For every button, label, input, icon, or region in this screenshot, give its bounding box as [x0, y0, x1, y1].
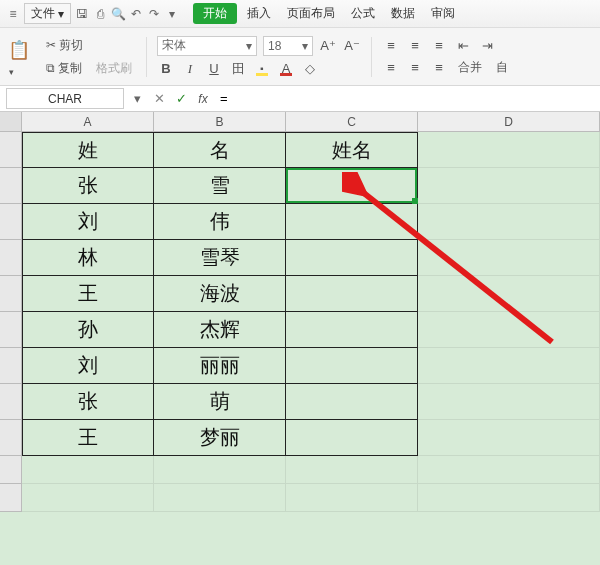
col-header-b[interactable]: B — [154, 112, 286, 131]
wrap-button[interactable]: 自 — [492, 58, 512, 77]
cell-b1[interactable]: 名 — [154, 132, 286, 168]
tab-review[interactable]: 审阅 — [425, 3, 461, 24]
borders-button[interactable]: 田 — [229, 60, 247, 78]
align-middle-icon[interactable]: ≡ — [406, 36, 424, 54]
select-all-corner[interactable] — [0, 112, 22, 131]
cell-d4[interactable] — [418, 240, 600, 276]
row-header[interactable] — [0, 312, 22, 348]
cell-a4[interactable]: 林 — [22, 240, 154, 276]
underline-button[interactable]: U — [205, 60, 223, 78]
cell-c9[interactable] — [286, 420, 418, 456]
cut-button[interactable]: ✂ 剪切 — [42, 36, 87, 55]
chevron-down-icon[interactable]: ▾ — [6, 67, 16, 77]
save-icon[interactable]: 🖫 — [75, 7, 89, 21]
merge-button[interactable]: 合并 — [454, 58, 486, 77]
chevron-down-icon[interactable]: ▾ — [165, 7, 179, 21]
confirm-formula-button[interactable]: ✓ — [170, 86, 192, 111]
font-color-button[interactable]: A — [277, 60, 295, 78]
cell-d3[interactable] — [418, 204, 600, 240]
col-header-c[interactable]: C — [286, 112, 418, 131]
italic-button[interactable]: I — [181, 60, 199, 78]
cell-c7[interactable] — [286, 348, 418, 384]
cell-d5[interactable] — [418, 276, 600, 312]
cell-c11[interactable] — [286, 484, 418, 512]
paste-icon[interactable]: 📋 — [6, 37, 32, 63]
redo-icon[interactable]: ↷ — [147, 7, 161, 21]
clear-format-button[interactable]: ◇ — [301, 60, 319, 78]
align-top-icon[interactable]: ≡ — [382, 36, 400, 54]
align-center-icon[interactable]: ≡ — [406, 59, 424, 77]
cell-b11[interactable] — [154, 484, 286, 512]
tab-start[interactable]: 开始 — [193, 3, 237, 24]
cell-c1[interactable]: 姓名 — [286, 132, 418, 168]
row-header[interactable] — [0, 204, 22, 240]
cell-c2[interactable] — [286, 168, 418, 204]
cell-b3[interactable]: 伟 — [154, 204, 286, 240]
cell-a6[interactable]: 孙 — [22, 312, 154, 348]
name-box[interactable]: CHAR — [6, 88, 124, 109]
row-header[interactable] — [0, 240, 22, 276]
cell-a5[interactable]: 王 — [22, 276, 154, 312]
cell-b2[interactable]: 雪 — [154, 168, 286, 204]
cancel-formula-button[interactable]: ✕ — [148, 86, 170, 111]
indent-decrease-icon[interactable]: ⇤ — [454, 36, 472, 54]
hamburger-icon[interactable]: ≡ — [6, 7, 20, 21]
indent-increase-icon[interactable]: ⇥ — [478, 36, 496, 54]
copy-button[interactable]: ⧉ 复制 — [42, 59, 86, 78]
cell-c3[interactable] — [286, 204, 418, 240]
row-header[interactable] — [0, 168, 22, 204]
row-header[interactable] — [0, 132, 22, 168]
cell-b10[interactable] — [154, 456, 286, 484]
cell-a1[interactable]: 姓 — [22, 132, 154, 168]
row-header[interactable] — [0, 456, 22, 484]
cell-c6[interactable] — [286, 312, 418, 348]
align-left-icon[interactable]: ≡ — [382, 59, 400, 77]
cell-a7[interactable]: 刘 — [22, 348, 154, 384]
fx-icon[interactable]: fx — [192, 86, 214, 111]
increase-font-icon[interactable]: A⁺ — [319, 37, 337, 55]
tab-data[interactable]: 数据 — [385, 3, 421, 24]
fill-color-button[interactable]: 🞍 — [253, 60, 271, 78]
row-header[interactable] — [0, 348, 22, 384]
undo-icon[interactable]: ↶ — [129, 7, 143, 21]
cell-c10[interactable] — [286, 456, 418, 484]
cell-d2[interactable] — [418, 168, 600, 204]
cell-b5[interactable]: 海波 — [154, 276, 286, 312]
bold-button[interactable]: B — [157, 60, 175, 78]
preview-icon[interactable]: 🔍 — [111, 7, 125, 21]
cells-area[interactable]: 姓 名 姓名 张 雪 刘 伟 林 雪琴 — [22, 132, 600, 512]
cell-b6[interactable]: 杰辉 — [154, 312, 286, 348]
cell-d9[interactable] — [418, 420, 600, 456]
row-header[interactable] — [0, 276, 22, 312]
tab-page-layout[interactable]: 页面布局 — [281, 3, 341, 24]
file-menu[interactable]: 文件 ▾ — [24, 3, 71, 24]
cell-d11[interactable] — [418, 484, 600, 512]
cell-d1[interactable] — [418, 132, 600, 168]
row-header[interactable] — [0, 484, 22, 512]
cell-d10[interactable] — [418, 456, 600, 484]
cell-b7[interactable]: 丽丽 — [154, 348, 286, 384]
cell-b4[interactable]: 雪琴 — [154, 240, 286, 276]
cell-a3[interactable]: 刘 — [22, 204, 154, 240]
font-name-select[interactable]: 宋体 ▾ — [157, 36, 257, 56]
tab-formulas[interactable]: 公式 — [345, 3, 381, 24]
font-size-select[interactable]: 18 ▾ — [263, 36, 313, 56]
cell-c5[interactable] — [286, 276, 418, 312]
cell-d8[interactable] — [418, 384, 600, 420]
cell-c8[interactable] — [286, 384, 418, 420]
col-header-d[interactable]: D — [418, 112, 600, 131]
col-header-a[interactable]: A — [22, 112, 154, 131]
formula-input[interactable] — [214, 86, 600, 111]
format-painter-button[interactable]: 格式刷 — [92, 59, 136, 78]
row-header[interactable] — [0, 420, 22, 456]
decrease-font-icon[interactable]: A⁻ — [343, 37, 361, 55]
align-right-icon[interactable]: ≡ — [430, 59, 448, 77]
cell-a11[interactable] — [22, 484, 154, 512]
cell-c4[interactable] — [286, 240, 418, 276]
chevron-down-icon[interactable]: ▾ — [126, 86, 148, 111]
cell-b8[interactable]: 萌 — [154, 384, 286, 420]
row-header[interactable] — [0, 384, 22, 420]
tab-insert[interactable]: 插入 — [241, 3, 277, 24]
cell-a9[interactable]: 王 — [22, 420, 154, 456]
cell-d6[interactable] — [418, 312, 600, 348]
